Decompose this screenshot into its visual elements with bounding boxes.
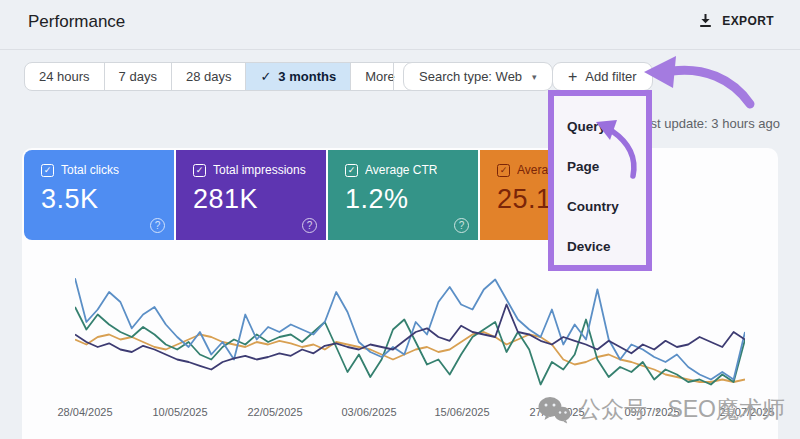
add-filter-menu: Query Page Country Device xyxy=(548,90,652,271)
search-type-dropdown[interactable]: Search type: Web ▾ xyxy=(403,62,553,91)
range-label: 7 days xyxy=(119,69,157,84)
help-icon[interactable]: ? xyxy=(302,218,317,233)
card-value: 1.2% xyxy=(345,184,478,215)
card-average-ctr[interactable]: ✓ Average CTR 1.2% ? xyxy=(328,150,478,240)
toolbar-divider xyxy=(393,63,394,90)
range-label: 24 hours xyxy=(39,69,90,84)
range-label: 28 days xyxy=(186,69,232,84)
card-label: Average CTR xyxy=(365,163,437,177)
help-icon[interactable]: ? xyxy=(150,218,165,233)
card-label: Total clicks xyxy=(61,163,119,177)
export-label: EXPORT xyxy=(722,14,774,28)
export-button[interactable]: EXPORT xyxy=(698,13,774,28)
arrow-to-add-filter xyxy=(644,56,750,104)
menu-item-query[interactable]: Query xyxy=(567,106,646,146)
checkbox-checked-icon[interactable]: ✓ xyxy=(345,164,358,177)
watermark: 公众号 · SEO魔术师 xyxy=(538,394,785,425)
menu-item-page[interactable]: Page xyxy=(567,146,646,186)
checkbox-checked-icon[interactable]: ✓ xyxy=(41,164,54,177)
x-tick: 03/06/2025 xyxy=(321,406,417,418)
download-icon xyxy=(698,13,713,28)
range-label: More xyxy=(365,69,395,84)
card-value: 3.5K xyxy=(41,184,174,215)
x-tick: 28/04/2025 xyxy=(37,406,133,418)
last-update-status: Last update: 3 hours ago xyxy=(636,116,780,131)
range-label: 3 months xyxy=(278,69,336,84)
plus-icon: + xyxy=(568,68,577,86)
page-title: Performance xyxy=(28,12,125,32)
header-divider xyxy=(0,49,800,50)
add-filter-label: Add filter xyxy=(585,69,636,84)
date-range-group: 24 hours 7 days 28 days ✓ 3 months More … xyxy=(24,62,423,91)
range-7-days[interactable]: 7 days xyxy=(104,63,171,90)
watermark-text: 公众号 · SEO魔术师 xyxy=(578,394,785,425)
menu-item-country[interactable]: Country xyxy=(567,186,646,226)
card-value: 281K xyxy=(193,184,326,215)
performance-line-chart xyxy=(75,272,745,397)
x-tick: 10/05/2025 xyxy=(132,406,228,418)
x-tick: 22/05/2025 xyxy=(227,406,323,418)
x-tick: 15/06/2025 xyxy=(414,406,510,418)
check-icon: ✓ xyxy=(260,69,271,84)
metric-cards: ✓ Total clicks 3.5K ? ✓ Total impression… xyxy=(24,150,630,240)
checkbox-checked-icon[interactable]: ✓ xyxy=(497,164,510,177)
card-total-clicks[interactable]: ✓ Total clicks 3.5K ? xyxy=(24,150,174,240)
chevron-down-icon: ▾ xyxy=(532,72,537,82)
range-3-months[interactable]: ✓ 3 months xyxy=(245,63,350,90)
menu-item-device[interactable]: Device xyxy=(567,226,646,266)
card-label: Total impressions xyxy=(213,163,306,177)
chart-line-total-impressions xyxy=(75,305,745,370)
range-24-hours[interactable]: 24 hours xyxy=(25,63,104,90)
help-icon[interactable]: ? xyxy=(454,218,469,233)
card-total-impressions[interactable]: ✓ Total impressions 281K ? xyxy=(176,150,326,240)
wechat-icon xyxy=(538,396,571,424)
search-type-label: Search type: Web xyxy=(419,69,522,84)
add-filter-button[interactable]: + Add filter xyxy=(552,62,653,91)
checkbox-checked-icon[interactable]: ✓ xyxy=(193,164,206,177)
range-28-days[interactable]: 28 days xyxy=(171,63,246,90)
